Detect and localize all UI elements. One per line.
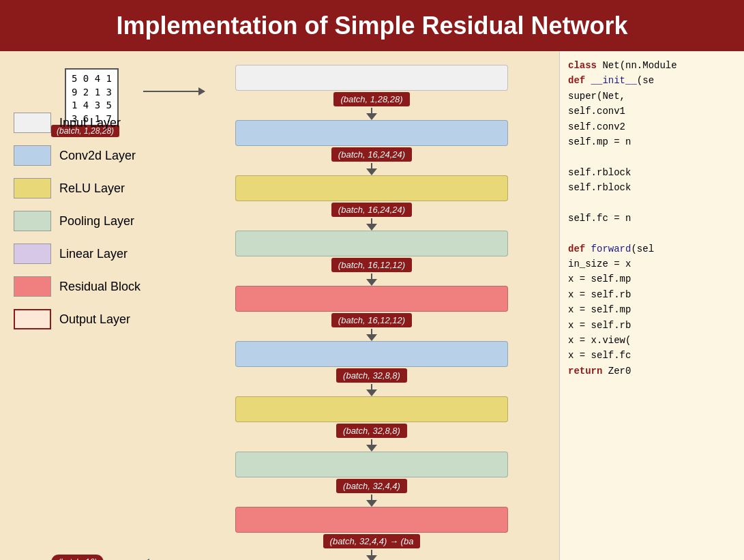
legend: Input Layer Conv2d Layer ReLU Layer Pool… [14, 113, 140, 329]
legend-box-conv2d [14, 145, 51, 166]
shape-badge-2: (batch, 16,24,24) [331, 203, 412, 217]
shape-badge-4: (batch, 16,12,12) [331, 313, 412, 327]
code-line-6 [568, 149, 736, 164]
code-line-11 [568, 226, 736, 241]
legend-label-pooling: Pooling Layer [59, 214, 134, 229]
legend-input: Input Layer [14, 113, 140, 133]
legend-box-output [14, 309, 51, 329]
legend-relu: ReLU Layer [14, 178, 140, 198]
shape-badge-0: (batch, 1,28,28) [333, 92, 409, 106]
network-conv-layer-1: (batch, 16,24,24) [205, 120, 539, 175]
legend-pooling: Pooling Layer [14, 211, 140, 231]
input-arrow [143, 91, 205, 92]
network-relu-layer-1: (batch, 16,24,24) [205, 175, 539, 231]
input-block [235, 65, 508, 91]
legend-linear: Linear Layer [14, 244, 140, 264]
code-line-20: return Zer0 [568, 364, 736, 379]
arrow-line [371, 108, 372, 113]
legend-box-residual [14, 276, 51, 297]
network-pool-layer-1: (batch, 16,12,12) [205, 231, 539, 286]
legend-box-pooling [14, 211, 51, 231]
network-diagram: (batch, 1,28,28) (batch, 16,24,24) (ba [205, 65, 539, 560]
shape-badge-3: (batch, 16,12,12) [331, 258, 412, 272]
code-line-14: x = self.mp [568, 271, 736, 286]
code-line-1: def __init__(se [568, 73, 736, 88]
code-line-16: x = self.mp [568, 302, 736, 317]
conv-block-1 [235, 120, 508, 146]
legend-label-input: Input Layer [59, 116, 121, 130]
legend-label-residual: Residual Block [59, 280, 140, 294]
network-input-layer: (batch, 1,28,28) [205, 65, 539, 120]
network-pool-layer-2: (batch, 32,4,4) [205, 452, 539, 507]
legend-box-linear [14, 244, 51, 264]
pool-block-2 [235, 452, 508, 477]
code-line-12: def forward(sel [568, 241, 736, 256]
diagram-section: 5 0 4 1 9 2 1 3 1 4 3 5 3 6 1 7 (batch, … [0, 51, 559, 560]
code-line-17: x = self.rb [568, 318, 736, 333]
shape-badge-1: (batch, 16,24,24) [331, 147, 412, 162]
legend-residual: Residual Block [14, 276, 140, 297]
conv-block-2 [235, 341, 508, 367]
main-content: 5 0 4 1 9 2 1 3 1 4 3 5 3 6 1 7 (batch, … [0, 51, 744, 560]
code-line-8: self.rblock [568, 180, 736, 195]
shape-badge-6: (batch, 32,8,8) [336, 424, 407, 438]
legend-label-output: Output Layer [59, 312, 130, 327]
residual-block-2 [235, 507, 508, 533]
page-title: Implementation of Simple Residual Networ… [0, 0, 744, 51]
code-line-19: x = self.fc [568, 348, 736, 363]
network-conv-layer-2: (batch, 32,8,8) [205, 341, 539, 396]
network-residual-block-2: (batch, 32,4,4) → (ba [205, 507, 539, 560]
code-line-4: self.conv2 [568, 119, 736, 134]
code-line-3: self.conv1 [568, 104, 736, 119]
legend-label-conv2d: Conv2d Layer [59, 149, 136, 163]
legend-label-linear: Linear Layer [59, 247, 128, 261]
network-residual-block-1: (batch, 16,12,12) [205, 286, 539, 341]
shape-badge-7: (batch, 32,4,4) [336, 479, 407, 493]
code-line-18: x = x.view( [568, 333, 736, 348]
code-line-13: in_size = x [568, 256, 736, 271]
relu-block-2 [235, 396, 508, 422]
legend-box-input [14, 113, 51, 133]
network-relu-layer-2: (batch, 32,8,8) [205, 396, 539, 452]
output-shape-badge: (batch, 10) [51, 555, 104, 560]
legend-box-relu [14, 178, 51, 198]
code-panel: class Net(nn.Module def __init__(se supe… [559, 51, 744, 560]
code-line-0: class Net(nn.Module [568, 58, 736, 73]
relu-block-1 [235, 175, 508, 201]
shape-badge-8: (batch, 32,4,4) → (ba [323, 534, 421, 548]
legend-conv2d: Conv2d Layer [14, 145, 140, 166]
code-line-15: x = self.rb [568, 287, 736, 302]
code-line-2: super(Net, [568, 89, 736, 104]
pool-block-1 [235, 231, 508, 256]
shape-badge-5: (batch, 32,8,8) [336, 368, 407, 383]
arrow-head [366, 113, 377, 120]
legend-output: Output Layer [14, 309, 140, 329]
code-line-10: self.fc = n [568, 211, 736, 226]
code-line-5: self.mp = n [568, 134, 736, 149]
legend-label-relu: ReLU Layer [59, 181, 125, 196]
code-line-9 [568, 196, 736, 211]
code-line-7: self.rblock [568, 165, 736, 180]
residual-block-1 [235, 286, 508, 312]
